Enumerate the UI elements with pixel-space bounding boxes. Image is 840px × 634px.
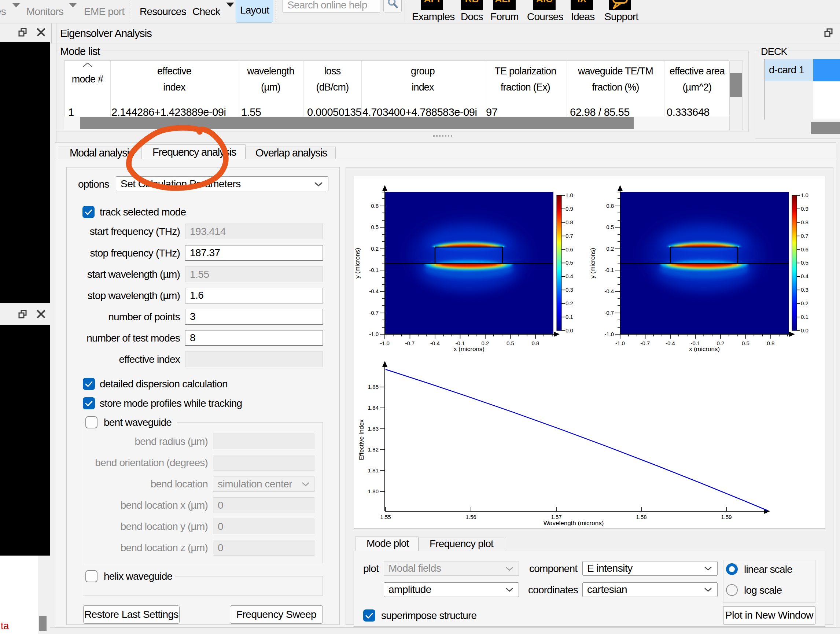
svg-text:1.85: 1.85 bbox=[368, 384, 379, 390]
svg-text:Effective Index: Effective Index bbox=[358, 419, 365, 460]
svg-text:-1.0: -1.0 bbox=[380, 340, 390, 346]
svg-text:-0.7: -0.7 bbox=[405, 340, 415, 346]
svg-text:-0.4: -0.4 bbox=[430, 340, 440, 346]
svg-text:0.2: 0.2 bbox=[371, 246, 379, 252]
svg-text:1.81: 1.81 bbox=[368, 467, 379, 473]
svg-text:0.2: 0.2 bbox=[565, 300, 573, 306]
svg-text:x (microns): x (microns) bbox=[454, 345, 485, 353]
svg-text:0.0: 0.0 bbox=[565, 327, 573, 333]
svg-text:1.59: 1.59 bbox=[721, 514, 731, 520]
svg-text:1.57: 1.57 bbox=[551, 514, 562, 520]
svg-text:1.84: 1.84 bbox=[368, 405, 379, 411]
svg-text:0.9: 0.9 bbox=[565, 206, 573, 212]
svg-text:1.0: 1.0 bbox=[565, 192, 573, 198]
svg-text:0.7: 0.7 bbox=[565, 233, 573, 239]
svg-text:-1.0: -1.0 bbox=[369, 331, 379, 337]
svg-text:y (microns): y (microns) bbox=[354, 248, 361, 279]
svg-text:0.4: 0.4 bbox=[565, 273, 573, 279]
svg-text:0.3: 0.3 bbox=[565, 287, 573, 293]
svg-text:1.56: 1.56 bbox=[466, 514, 476, 520]
svg-text:1.80: 1.80 bbox=[368, 488, 379, 494]
svg-text:-0.4: -0.4 bbox=[369, 288, 379, 294]
svg-text:0.8: 0.8 bbox=[532, 340, 540, 346]
svg-text:0.5: 0.5 bbox=[371, 224, 379, 230]
svg-text:1.55: 1.55 bbox=[380, 514, 391, 520]
svg-text:0.6: 0.6 bbox=[565, 246, 573, 252]
svg-text:1.82: 1.82 bbox=[368, 446, 379, 453]
svg-text:Wavelength (microns): Wavelength (microns) bbox=[543, 520, 604, 527]
svg-text:-0.1: -0.1 bbox=[369, 267, 379, 273]
svg-text:0.1: 0.1 bbox=[565, 314, 573, 320]
svg-text:0.5: 0.5 bbox=[565, 259, 573, 266]
svg-text:-0.7: -0.7 bbox=[369, 310, 379, 316]
svg-text:0.8: 0.8 bbox=[371, 203, 379, 209]
svg-text:0.5: 0.5 bbox=[507, 340, 514, 346]
svg-text:1.83: 1.83 bbox=[368, 426, 379, 432]
svg-text:0.8: 0.8 bbox=[565, 219, 573, 226]
svg-text:1.58: 1.58 bbox=[636, 514, 646, 520]
